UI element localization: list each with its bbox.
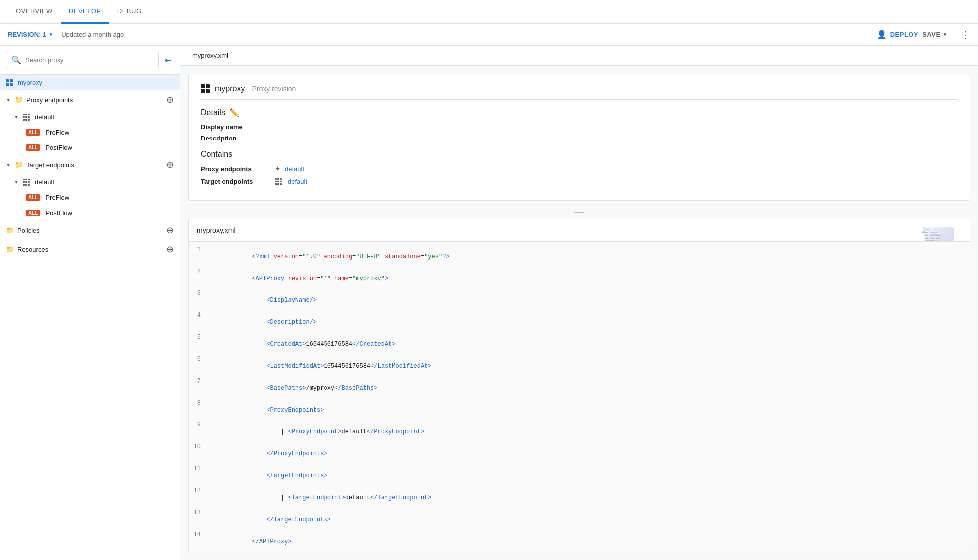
sidebar-search-bar: 🔍 ⇤ [0, 46, 180, 75]
xml-header: myproxy.xml ⤓ <?xml...><APIProxy><Displa… [189, 219, 970, 242]
deploy-icon: 👤 [877, 30, 887, 39]
contains-title: Contains [201, 150, 958, 159]
xml-line-8: 8 <ProxyEndpoints> [189, 399, 970, 421]
revision-chevron-icon: ▼ [48, 32, 53, 37]
target-endpoints-contains-row: Target endpoints default [201, 178, 958, 185]
sidebar-item-resources[interactable]: 📁 Resources ⊕ [0, 240, 180, 259]
revision-actions: 👤 DEPLOY SAVE ▼ ⋮ [877, 29, 970, 41]
target-postflow-label: PostFlow [45, 209, 174, 217]
xml-line-13: 13 </TargetEndpoints> [189, 509, 970, 531]
chevron-down-icon-target-default: ▼ [14, 179, 20, 185]
xml-line-6: 6 <LastModifiedAt>1654456176584</LastMod… [189, 355, 970, 377]
all-badge-target-pre: ALL [26, 194, 40, 201]
xml-line-11: 11 <TargetEndpoints> [189, 465, 970, 487]
xml-line-12: 12 | <TargetEndpoint>default</TargetEndp… [189, 487, 970, 509]
xml-section: myproxy.xml ⤓ <?xml...><APIProxy><Displa… [188, 219, 970, 552]
proxy-preflow-label: PreFlow [45, 129, 174, 136]
policies-folder-icon: 📁 [6, 226, 14, 234]
resources-folder-icon: 📁 [6, 245, 14, 253]
target-preflow-label: PreFlow [45, 194, 174, 201]
revision-bar: REVISION: 1 ▼ Updated a month ago 👤 DEPL… [0, 24, 978, 46]
proxy-icon [6, 79, 13, 86]
xml-line-9: 9 | <ProxyEndpoint>default</ProxyEndpoin… [189, 421, 970, 443]
description-row: Description [201, 135, 958, 142]
contains-section: Contains Proxy endpoints ✦ default Targe… [201, 150, 958, 185]
xml-content: 1 <?xml version="1.0" encoding="UTF-8" s… [189, 242, 970, 552]
proxy-endpoint-diamond-icon: ✦ [275, 165, 281, 173]
sidebar-item-policies[interactable]: 📁 Policies ⊕ [0, 221, 180, 240]
sidebar-item-target-preflow[interactable]: ALL PreFlow [0, 190, 180, 205]
save-chevron-icon: ▼ [943, 32, 948, 37]
myproxy-label: myproxy [18, 79, 174, 86]
collapse-sidebar-icon[interactable]: ⇤ [163, 53, 174, 68]
add-resource-icon[interactable]: ⊕ [166, 244, 174, 255]
main-layout: 🔍 ⇤ myproxy ▼ 📁 Proxy endpoints ⊕ ▼ [0, 46, 978, 560]
sidebar-item-target-endpoints[interactable]: ▼ 📁 Target endpoints ⊕ [0, 155, 180, 174]
search-input[interactable] [25, 56, 153, 64]
xml-line-4: 4 <Description/> [189, 311, 970, 333]
sidebar-item-target-postflow[interactable]: ALL PostFlow [0, 205, 180, 221]
card-proxy-name: myproxy [215, 84, 245, 93]
target-endpoints-contains-label: Target endpoints [201, 178, 271, 185]
deploy-button[interactable]: 👤 DEPLOY [877, 30, 918, 39]
sidebar-item-default-target[interactable]: ▼ default [0, 174, 180, 190]
all-badge-proxy-post: ALL [26, 144, 40, 151]
xml-line-14: 14 </APIProxy> [189, 531, 970, 552]
top-navigation: OVERVIEW DEVELOP DEBUG [0, 0, 978, 24]
add-target-endpoint-icon[interactable]: ⊕ [166, 159, 174, 170]
display-name-label: Display name [201, 123, 261, 131]
xml-line-10: 10 </ProxyEndpoints> [189, 443, 970, 465]
xml-line-2: 2 <APIProxy revision="1" name="myproxy"> [189, 268, 970, 289]
chevron-down-icon-proxy: ▼ [14, 114, 20, 120]
sidebar-item-proxy-postflow[interactable]: ALL PostFlow [0, 140, 180, 155]
add-proxy-endpoint-icon[interactable]: ⊕ [166, 94, 174, 105]
tab-overview[interactable]: OVERVIEW [8, 0, 61, 24]
default-proxy-label: default [35, 113, 174, 121]
sidebar-item-proxy-preflow[interactable]: ALL PreFlow [0, 125, 180, 140]
xml-section-title: myproxy.xml [197, 226, 236, 234]
scroll-handle: — [180, 205, 978, 219]
divider [954, 30, 954, 40]
sidebar-item-myproxy[interactable]: myproxy [0, 75, 180, 90]
all-badge-proxy-pre: ALL [26, 129, 40, 136]
tab-develop[interactable]: DEVELOP [61, 0, 109, 24]
proxy-endpoints-contains-label: Proxy endpoints [201, 165, 271, 173]
save-button[interactable]: SAVE ▼ [922, 31, 948, 38]
details-section-title: Details ✏️ [201, 108, 958, 117]
chevron-down-icon-target: ▼ [6, 162, 12, 168]
xml-line-7: 7 <BasePaths>/myproxy</BasePaths> [189, 377, 970, 399]
proxy-endpoints-contains-row: Proxy endpoints ✦ default [201, 165, 958, 173]
add-policy-icon[interactable]: ⊕ [166, 225, 174, 236]
policies-label: Policies [17, 227, 163, 234]
xml-thumbnail: <?xml...><APIProxy><DisplayName/><Descri… [924, 227, 954, 241]
display-name-row: Display name [201, 123, 958, 131]
search-input-wrap[interactable]: 🔍 [6, 52, 159, 68]
default-target-label: default [35, 178, 174, 186]
proxy-endpoint-default-link[interactable]: default [285, 165, 304, 173]
sidebar-item-default-proxy[interactable]: ▼ default [0, 109, 180, 125]
target-endpoint-icon [23, 179, 30, 186]
xml-line-1: 1 <?xml version="1.0" encoding="UTF-8" s… [189, 246, 970, 268]
revision-selector[interactable]: REVISION: 1 ▼ [8, 31, 53, 38]
sidebar-item-proxy-endpoints[interactable]: ▼ 📁 Proxy endpoints ⊕ [0, 90, 180, 109]
file-tab-myproxy-xml[interactable]: myproxy.xml [188, 52, 232, 59]
more-options-icon[interactable]: ⋮ [960, 29, 970, 41]
target-folder-icon: 📁 [15, 161, 23, 169]
card-header: myproxy Proxy revision [201, 84, 958, 100]
target-endpoints-label: Target endpoints [26, 161, 163, 169]
target-endpoint-default-link[interactable]: default [288, 178, 307, 185]
resources-label: Resources [17, 246, 163, 253]
revision-label: REVISION: 1 [8, 31, 46, 38]
tab-debug[interactable]: DEBUG [109, 0, 150, 24]
content-area: myproxy.xml myproxy Proxy revision Detai… [180, 46, 978, 560]
search-icon: 🔍 [11, 55, 21, 65]
file-tab-bar: myproxy.xml [180, 46, 978, 66]
proxy-endpoints-label: Proxy endpoints [26, 96, 163, 104]
sidebar: 🔍 ⇤ myproxy ▼ 📁 Proxy endpoints ⊕ ▼ [0, 46, 180, 560]
folder-icon: 📁 [15, 96, 23, 104]
xml-line-5: 5 <CreatedAt>1654456176584</CreatedAt> [189, 333, 970, 355]
xml-line-3: 3 <DisplayName/> [189, 289, 970, 311]
proxy-endpoint-icon [23, 114, 30, 121]
edit-icon[interactable]: ✏️ [229, 108, 239, 117]
description-label: Description [201, 135, 261, 142]
